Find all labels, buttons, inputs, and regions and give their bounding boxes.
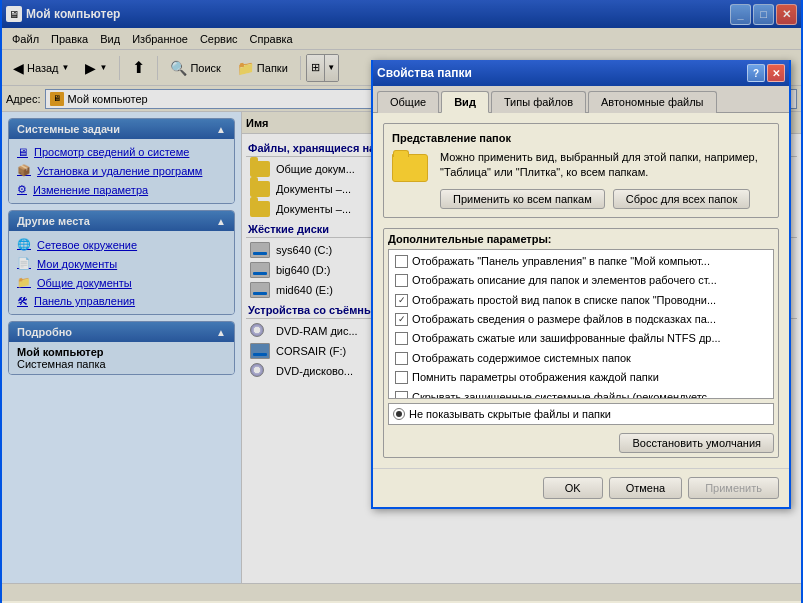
advanced-section: Дополнительные параметры: Отображать "Па… [383,228,779,458]
dialog-close-button[interactable]: ✕ [767,64,785,82]
tab-file-types[interactable]: Типы файлов [491,91,586,113]
param-item[interactable]: Отображать простой вид папок в списке па… [391,291,771,310]
params-list[interactable]: Отображать "Панель управления" в папке "… [388,249,774,399]
dialog-footer: OK Отмена Применить [373,468,789,507]
radio-group: Не показывать скрытые файлы и папки [388,403,774,425]
param-text-1: Отображать описание для папок и элементо… [412,273,717,288]
dialog-overlay: Свойства папки ? ✕ Общие Вид Типы файлов… [2,0,801,601]
param-text-4: Отображать сжатые или зашифрованные файл… [412,331,721,346]
ok-button[interactable]: OK [543,477,603,499]
folder-view-buttons: Применить ко всем папкам Сброс для всех … [440,189,770,209]
radio-item[interactable]: Не показывать скрытые файлы и папки [393,408,611,420]
param-text-6: Помнить параметры отображения каждой пап… [412,370,659,385]
param-checkbox-1[interactable] [395,274,408,287]
dialog-title-bar: Свойства папки ? ✕ [373,60,789,86]
param-checkbox-0[interactable] [395,255,408,268]
param-item[interactable]: Отображать содержимое системных папок [391,349,771,368]
param-text-0: Отображать "Панель управления" в папке "… [412,254,710,269]
dialog-content: Представление папок Можно применить вид,… [373,113,789,468]
folder-view-description: Можно применить вид, выбранный для этой … [440,150,770,181]
dialog-title: Свойства папки [377,66,747,80]
main-window: 🖥 Мой компьютер _ □ ✕ Файл Правка Вид Из… [0,0,803,603]
dialog-tabs: Общие Вид Типы файлов Автономные файлы [373,86,789,113]
radio-label: Не показывать скрытые файлы и папки [409,408,611,420]
folder-view-icon [392,150,432,182]
dialog-help-button[interactable]: ? [747,64,765,82]
folder-big-icon [392,154,428,182]
dialog-title-buttons: ? ✕ [747,64,785,82]
apply-to-all-button[interactable]: Применить ко всем папкам [440,189,605,209]
param-item[interactable]: Скрывать защищенные системные файлы (рек… [391,388,771,399]
advanced-title: Дополнительные параметры: [388,233,774,245]
param-text-5: Отображать содержимое системных папок [412,351,631,366]
folder-view-title: Представление папок [392,132,770,144]
tab-general[interactable]: Общие [377,91,439,113]
param-checkbox-3[interactable] [395,313,408,326]
param-text-3: Отображать сведения о размере файлов в п… [412,312,716,327]
param-item[interactable]: Отображать сжатые или зашифрованные файл… [391,329,771,348]
param-item[interactable]: Помнить параметры отображения каждой пап… [391,368,771,387]
param-text-7: Скрывать защищенные системные файлы (рек… [412,390,716,399]
param-item[interactable]: Отображать сведения о размере файлов в п… [391,310,771,329]
folder-properties-dialog: Свойства папки ? ✕ Общие Вид Типы файлов… [371,60,791,509]
param-item[interactable]: Отображать описание для папок и элементо… [391,271,771,290]
reset-all-button[interactable]: Сброс для всех папок [613,189,751,209]
param-text-2: Отображать простой вид папок в списке па… [412,293,716,308]
restore-defaults-button[interactable]: Восстановить умолчания [619,433,774,453]
folder-view-content: Можно применить вид, выбранный для этой … [392,150,770,209]
tab-offline-files[interactable]: Автономные файлы [588,91,717,113]
apply-button[interactable]: Применить [688,477,779,499]
cancel-button[interactable]: Отмена [609,477,682,499]
radio-button[interactable] [393,408,405,420]
param-item[interactable]: Отображать "Панель управления" в папке "… [391,252,771,271]
param-checkbox-7[interactable] [395,391,408,399]
tab-view[interactable]: Вид [441,91,489,113]
param-checkbox-2[interactable] [395,294,408,307]
folder-view-section: Представление папок Можно применить вид,… [383,123,779,218]
param-checkbox-5[interactable] [395,352,408,365]
param-checkbox-6[interactable] [395,371,408,384]
param-checkbox-4[interactable] [395,332,408,345]
